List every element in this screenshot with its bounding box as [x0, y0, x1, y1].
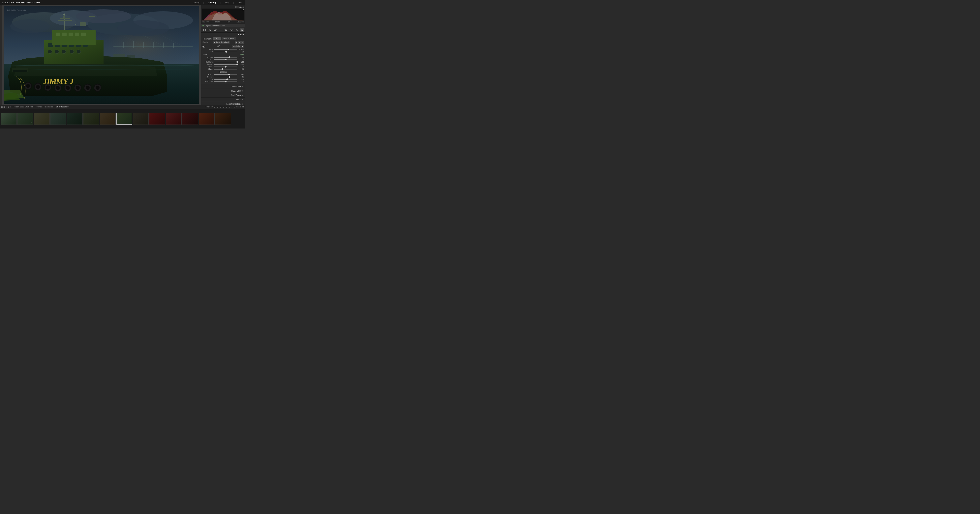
nav-develop[interactable]: Develop — [207, 1, 217, 4]
star-4[interactable]: ★ — [223, 106, 225, 108]
film-thumb-6[interactable] — [83, 113, 99, 125]
color-label-1[interactable]: ● — [229, 106, 230, 108]
adjustment-brush-tool[interactable] — [229, 28, 234, 32]
svg-rect-10 — [123, 42, 124, 48]
saturation-slider[interactable] — [214, 81, 237, 82]
color-treatment-btn[interactable]: Color — [213, 37, 221, 40]
tint-slider[interactable] — [214, 52, 237, 52]
radial-filter-tool[interactable] — [224, 28, 228, 32]
svg-point-6 — [10, 19, 50, 33]
star-1[interactable]: ★ — [214, 106, 216, 108]
color-label-3[interactable]: ● — [234, 106, 235, 108]
svg-point-88 — [242, 29, 242, 30]
shadows-slider[interactable] — [214, 64, 237, 65]
profile-value[interactable]: Adobe Standard — [213, 41, 230, 44]
clarity-thumb[interactable] — [228, 74, 230, 75]
whites-slider[interactable] — [214, 67, 237, 67]
highlights-thumb[interactable] — [237, 61, 238, 63]
star-2[interactable]: ★ — [217, 106, 219, 108]
contrast-fill — [214, 59, 226, 60]
split-toning-panel[interactable]: Split Toning ▶ — [201, 93, 245, 97]
tone-curve-panel[interactable]: Tone Curve ▶ — [201, 84, 245, 89]
temp-thumb[interactable] — [228, 49, 229, 50]
profile-next-btn[interactable]: ▶ — [238, 41, 241, 44]
saturation-thumb[interactable] — [225, 81, 226, 82]
nav-library[interactable]: Library — [192, 1, 200, 4]
histogram-title: Histogram — [202, 6, 244, 8]
profile-prev-btn[interactable]: ◀ — [235, 41, 237, 44]
film-thumb-3[interactable] — [34, 113, 50, 125]
profile-grid-btn[interactable]: ⊞ — [241, 41, 244, 44]
filter-icon[interactable]: ≡ — [10, 106, 11, 108]
film-thumb-4[interactable] — [50, 113, 66, 125]
film-thumb-2[interactable]: ⚑ — [17, 113, 33, 125]
vibrance-slider[interactable] — [214, 79, 237, 79]
blacks-fill — [214, 69, 222, 70]
clarity-slider[interactable] — [214, 74, 237, 75]
hsl-color-panel[interactable]: HSL / Color ▶ — [201, 89, 245, 93]
film-thumb-13[interactable] — [199, 113, 215, 125]
saturation-label: Saturation — [202, 81, 213, 82]
vibrance-thumb[interactable] — [226, 78, 228, 80]
film-thumb-1[interactable] — [1, 113, 17, 125]
blacks-slider-row: Blacks -28 — [202, 68, 244, 70]
whites-thumb[interactable] — [225, 66, 226, 68]
film-thumb-10[interactable] — [149, 113, 165, 125]
shadows-thumb[interactable] — [237, 63, 238, 65]
wb-value-select[interactable]: Daylight — [232, 45, 244, 48]
film-thumb-12[interactable] — [182, 113, 198, 125]
blacks-slider[interactable] — [214, 69, 237, 70]
exposure-value: +1.60 — [238, 56, 244, 58]
svg-point-72 — [95, 86, 100, 90]
preview-label: Original + Smart Preview — [205, 25, 225, 27]
film-thumb-11[interactable] — [166, 113, 181, 125]
wb-eyedropper[interactable] — [202, 45, 205, 48]
filename[interactable]: DSCF4192.RAF — [56, 106, 69, 108]
contrast-slider[interactable] — [214, 59, 237, 60]
crop-tool[interactable] — [202, 28, 207, 32]
film-thumb-14[interactable] — [215, 113, 231, 125]
nav-map[interactable]: Map — [224, 1, 230, 4]
blacks-thumb[interactable] — [221, 68, 223, 70]
tint-thumb[interactable] — [225, 51, 227, 52]
spot-removal-tool[interactable] — [208, 28, 212, 32]
basic-panel-title: Basic — [238, 33, 244, 36]
sort-icon[interactable]: ↕ — [8, 106, 9, 108]
graduated-filter-tool[interactable] — [218, 28, 223, 32]
color-label-2[interactable]: ● — [231, 106, 232, 108]
highlights-slider[interactable] — [214, 62, 237, 62]
exposure-thumb[interactable] — [229, 56, 230, 58]
highlights-value: +100 — [238, 61, 244, 63]
film-thumb-9[interactable] — [133, 113, 149, 125]
star-5[interactable]: ★ — [226, 106, 228, 108]
dehaze-slider[interactable] — [214, 77, 237, 77]
filters-off-label[interactable]: Filters Off — [236, 106, 244, 108]
dehaze-thumb[interactable] — [229, 76, 230, 78]
temp-label: Temp — [202, 48, 213, 51]
view-mode-1[interactable]: ⊞ — [1, 106, 3, 108]
temp-slider[interactable] — [214, 49, 237, 50]
active-slider-tool[interactable] — [240, 28, 244, 32]
flag-icon[interactable]: ⚑ — [211, 106, 213, 108]
nav-print[interactable]: Print — [237, 1, 243, 4]
view-mode-2[interactable]: ▦ — [3, 106, 5, 108]
exposure-label: Exposure — [202, 56, 213, 58]
film-thumb-5[interactable] — [67, 113, 83, 125]
auto-tone-btn[interactable]: Auto — [240, 54, 244, 56]
svg-rect-44 — [81, 33, 86, 36]
exposure-slider[interactable] — [214, 57, 237, 57]
red-eye-tool[interactable] — [213, 28, 217, 32]
main-image: JIMMY J — [4, 6, 199, 104]
svg-rect-40 — [56, 33, 60, 36]
bw-treatment-btn[interactable]: Black & White — [221, 37, 236, 40]
hsl-color-arrow: ▶ — [242, 90, 243, 92]
film-thumb-8[interactable] — [116, 113, 132, 125]
settings-tool[interactable] — [234, 28, 239, 32]
star-3[interactable]: ★ — [220, 106, 222, 108]
image-container[interactable]: JIMMY J — [2, 5, 201, 105]
detail-panel[interactable]: Detail ▶ — [201, 97, 245, 102]
lens-corrections-panel[interactable]: Lens Corrections ▶ — [201, 102, 245, 105]
film-thumb-7[interactable] — [100, 113, 116, 125]
contrast-thumb[interactable] — [225, 59, 226, 60]
nav-separator-2: | — [220, 1, 222, 4]
